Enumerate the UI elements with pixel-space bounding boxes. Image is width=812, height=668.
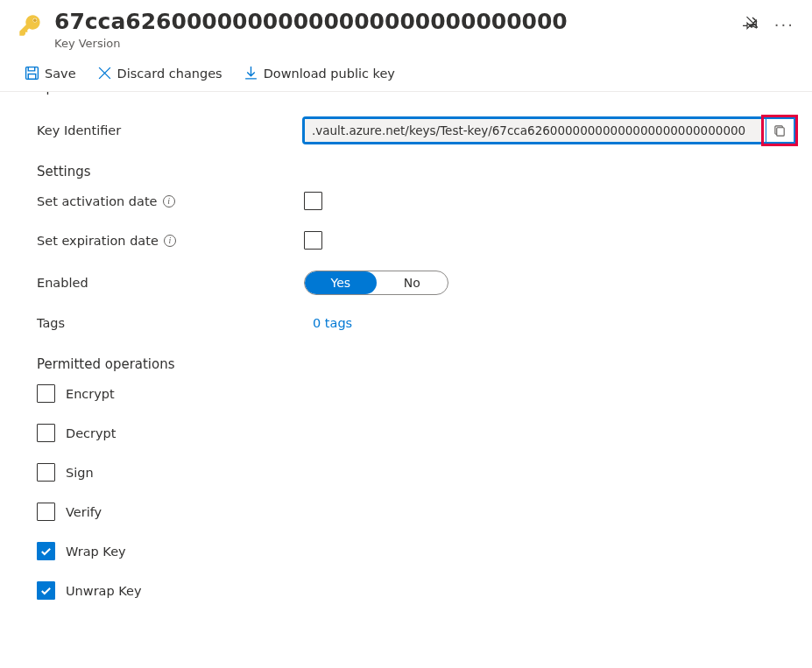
- info-icon[interactable]: i: [163, 195, 175, 207]
- key-identifier-input[interactable]: [304, 118, 766, 143]
- svg-rect-3: [777, 127, 784, 135]
- svg-point-0: [33, 18, 37, 22]
- operation-checkbox[interactable]: [37, 542, 55, 560]
- updated-label: Updated: [37, 92, 304, 95]
- copy-icon: [773, 124, 787, 137]
- download-button[interactable]: Download public key: [237, 62, 402, 84]
- operation-row: Wrap Key: [37, 542, 794, 560]
- enabled-label: Enabled: [37, 276, 304, 290]
- operation-row: Sign: [37, 463, 794, 482]
- operation-label: Sign: [66, 466, 94, 480]
- operation-checkbox[interactable]: [37, 424, 55, 442]
- info-icon[interactable]: i: [164, 235, 176, 247]
- expiration-label: Set expiration date: [37, 234, 159, 248]
- settings-heading: Settings: [37, 164, 794, 179]
- operation-label: Unwrap Key: [66, 584, 142, 598]
- tags-label: Tags: [37, 316, 304, 330]
- more-button[interactable]: ···: [774, 16, 794, 34]
- page-header: 67cca62600000000000000000000000000 Key V…: [0, 0, 812, 55]
- operation-label: Wrap Key: [66, 545, 126, 559]
- page-title: 67cca62600000000000000000000000000: [54, 9, 731, 35]
- download-label: Download public key: [264, 67, 395, 81]
- enabled-toggle[interactable]: Yes No: [304, 271, 448, 295]
- copy-button[interactable]: [766, 118, 794, 143]
- operation-label: Verify: [66, 505, 102, 519]
- operation-label: Encrypt: [66, 387, 115, 401]
- operations-heading: Permitted operations: [37, 356, 794, 372]
- download-icon: [244, 66, 258, 81]
- tags-link[interactable]: 0 tags: [313, 316, 352, 330]
- toggle-no[interactable]: No: [377, 271, 448, 294]
- command-bar: Save Discard changes Download public key: [0, 55, 812, 92]
- operation-checkbox[interactable]: [37, 463, 55, 482]
- operation-row: Encrypt: [37, 384, 794, 403]
- operation-checkbox[interactable]: [37, 384, 55, 403]
- operation-label: Decrypt: [66, 426, 117, 440]
- save-button[interactable]: Save: [18, 62, 83, 84]
- operation-row: Decrypt: [37, 424, 794, 442]
- activation-checkbox[interactable]: [304, 192, 322, 210]
- page-subtitle: Key Version: [54, 37, 731, 50]
- operation-checkbox[interactable]: [37, 503, 55, 521]
- save-label: Save: [45, 67, 76, 81]
- pin-button[interactable]: [743, 16, 759, 34]
- discard-button[interactable]: Discard changes: [90, 62, 229, 84]
- operation-row: Verify: [37, 503, 794, 521]
- key-icon: [18, 13, 42, 38]
- operation-row: Unwrap Key: [37, 581, 794, 600]
- content-area: Updated Key Identifier Settings Set acti…: [0, 92, 812, 646]
- save-icon: [25, 66, 39, 81]
- activation-label: Set activation date: [37, 194, 158, 208]
- close-icon: [97, 66, 112, 81]
- toggle-yes[interactable]: Yes: [305, 271, 377, 294]
- operation-checkbox[interactable]: [37, 581, 55, 600]
- operations-list: EncryptDecryptSignVerifyWrap KeyUnwrap K…: [37, 384, 794, 600]
- svg-rect-2: [28, 74, 36, 80]
- key-identifier-label: Key Identifier: [37, 123, 304, 137]
- expiration-checkbox[interactable]: [304, 231, 322, 250]
- discard-label: Discard changes: [117, 67, 222, 81]
